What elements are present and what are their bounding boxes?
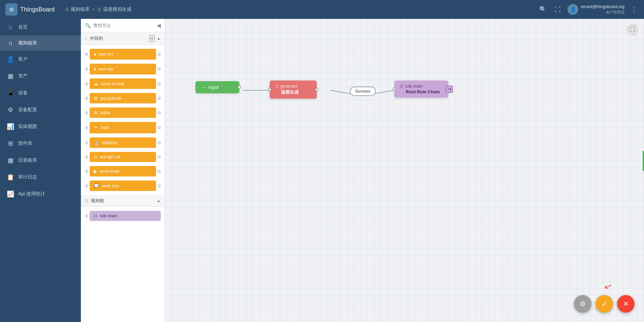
cancel-icon: ✕ [623, 300, 629, 308]
sidebar-label-customers: 客户 [18, 56, 28, 62]
sidebar-item-rule-chains[interactable]: ⟨⟩ 规则链库 [0, 35, 81, 51]
node-body-rest-api: :// rest api call [90, 152, 156, 162]
external-section-header[interactable]: ↑ 外部的 ✕ ▲ [81, 32, 165, 45]
search-icon[interactable]: 🔍 [538, 4, 548, 14]
user-email: tenant@thingsboard.org [581, 4, 624, 10]
rule-chains-icon: ⟨⟩ [65, 7, 69, 12]
list-item[interactable]: :// rest api call [81, 150, 165, 164]
list-item[interactable]: ☁ azure iot hub [81, 76, 165, 91]
sidebar-item-dashboard[interactable]: ▦ 仪表板库 [0, 152, 81, 169]
dashboard-icon: ▦ [7, 157, 14, 164]
sidebar-item-assets[interactable]: ▦ 资产 [0, 68, 81, 85]
send-email-icon: ▶ [94, 169, 97, 174]
sidebar: ⌂ 首页 ⟨⟩ 规则链库 👤 客户 ▦ 资产 📱 设备 ⚙ 设备配置 📊 实体视… [0, 19, 81, 322]
search-bar: 🔍 ◀ [81, 19, 165, 32]
generator-node-title: generator [280, 84, 298, 89]
section-collapse-button[interactable]: ▲ [157, 36, 161, 41]
node-port-left [85, 214, 88, 218]
list-item[interactable]: a aws sns [81, 47, 165, 62]
svg-line-2 [374, 90, 394, 94]
node-body-send-email: ▶ send email [90, 166, 156, 176]
node-body-rabbitmq: 🐰 rabbitmq [90, 137, 156, 148]
list-item[interactable]: ⚙ kafka [81, 105, 165, 120]
action-buttons: ⚙ ✓ ✕ [574, 295, 635, 313]
list-item[interactable]: a aws sqs [81, 62, 165, 76]
sidebar-label-entity-view: 实体视图 [18, 124, 37, 130]
list-item[interactable]: 🐰 rabbitmq [81, 135, 165, 150]
cancel-button[interactable]: ✕ [617, 295, 635, 313]
header: ⚙ ThingsBoard ⟨⟩ 规则链库 > ⟨⟩ 温度模拟生成 🔍 ⛶ 👤 … [0, 0, 644, 19]
rule-chain-node-icon: ⟨⟩ [94, 214, 97, 218]
rule-chain-section-header[interactable]: ⟨⟩ 规则链 ▲ [81, 195, 165, 207]
sidebar-label-widgets: 部件库 [18, 140, 32, 147]
input-node-inner: → Input [195, 81, 239, 93]
breadcrumb-item-rule-chains[interactable]: ⟨⟩ 规则链库 [65, 6, 90, 12]
settings-button[interactable]: ⚙ [574, 295, 591, 313]
sidebar-label-rule-chains: 规则链库 [18, 40, 37, 46]
sidebar-label-home: 首页 [18, 24, 28, 30]
scroll-indicator [643, 151, 644, 171]
fullscreen-button[interactable]: ⛶ [626, 24, 639, 36]
logo-text: ThingsBoard [20, 6, 55, 13]
sidebar-label-devices: 设备 [18, 90, 28, 96]
node-port-left [85, 67, 88, 71]
user-details: tenant@thingsboard.org 租户管理员 [581, 4, 624, 14]
node-port-right [157, 67, 161, 71]
sidebar-item-devices[interactable]: 📱 设备 [0, 85, 81, 101]
rule-chain-exit-icon[interactable]: ⇥ [446, 86, 453, 93]
node-label-rule-chain: rule chain [100, 214, 117, 218]
section-header-left: ↑ 外部的 [85, 35, 103, 41]
sidebar-label-device-config: 设备配置 [18, 107, 37, 113]
kafka-icon: ⚙ [94, 110, 98, 115]
sidebar-item-home[interactable]: ⌂ 首页 [0, 19, 81, 35]
rule-chain-collapse-button[interactable]: ▲ [157, 198, 161, 203]
node-label-rabbitmq: rabbitmq [102, 140, 118, 145]
more-options-icon[interactable]: ⋮ [630, 4, 639, 14]
rule-chain-flow-node[interactable]: ⟨⟩ rule chain Root Rule Chain ⇥ [394, 80, 448, 98]
confirm-button[interactable]: ✓ [595, 295, 613, 313]
api-stats-icon: 📈 [7, 190, 14, 198]
node-port-left [85, 170, 88, 173]
node-port-left [85, 111, 88, 115]
node-body-kafka: ⚙ kafka [90, 107, 156, 118]
node-label-send-sms: send sms [102, 184, 119, 188]
rule-chain-node-inner: ⟨⟩ rule chain Root Rule Chain [394, 80, 448, 98]
sidebar-item-api-stats[interactable]: 📈 Api 使用统计 [0, 186, 81, 202]
aws-sns-icon: a [94, 52, 96, 57]
node-port-right [157, 126, 161, 129]
logo: ⚙ ThingsBoard [5, 3, 55, 15]
node-body-azure-iot-hub: ☁ azure iot hub [90, 78, 156, 89]
rule-chain-node-subtitle: Root Rule Chain [400, 89, 440, 94]
list-item[interactable]: ▶ send email [81, 164, 165, 179]
list-item[interactable]: 💬 send sms [81, 179, 165, 193]
node-label-aws-sqs: aws sqs [99, 67, 113, 71]
send-sms-icon: 💬 [94, 183, 99, 188]
sidebar-item-customers[interactable]: 👤 客户 [0, 51, 81, 68]
external-section-label: 外部的 [90, 35, 103, 41]
node-body-send-sms: 💬 send sms [90, 181, 156, 191]
list-item[interactable]: 〜 mqtt [81, 120, 165, 135]
search-input[interactable] [93, 23, 154, 28]
breadcrumb-item-current[interactable]: ⟨⟩ 温度模拟生成 [98, 6, 131, 12]
list-item[interactable]: ⚙ gcp pubsub [81, 91, 165, 105]
left-panel: 🔍 ◀ ↑ 外部的 ✕ ▲ a aws sns [81, 19, 165, 322]
sidebar-item-widgets[interactable]: ⊞ 部件库 [0, 135, 81, 152]
generator-flow-node[interactable]: ⟨⟩ generator 温度生成 [270, 80, 317, 99]
fullscreen-icon[interactable]: ⛶ [553, 5, 562, 14]
node-body-mqtt: 〜 mqtt [90, 122, 156, 133]
node-list: a aws sns a aws sqs ☁ azure iot hub [81, 45, 165, 195]
rule-chain-node-header: ⟨⟩ rule chain [400, 84, 423, 89]
sidebar-item-entity-view[interactable]: 📊 实体视图 [0, 118, 81, 135]
user-info: 👤 tenant@thingsboard.org 租户管理员 [568, 4, 624, 15]
collapse-panel-button[interactable]: ◀ [157, 22, 161, 29]
node-port-left [85, 155, 88, 159]
list-item[interactable]: ⟨⟩ rule chain [81, 209, 165, 223]
input-flow-node[interactable]: → Input [195, 81, 239, 93]
node-port-left [85, 53, 88, 56]
section-close-button[interactable]: ✕ [149, 35, 155, 42]
node-label-aws-sns: aws sns [99, 52, 113, 57]
customers-icon: 👤 [7, 56, 14, 63]
sidebar-item-audit-log[interactable]: 📋 审计日志 [0, 169, 81, 186]
entity-view-icon: 📊 [7, 123, 14, 130]
sidebar-item-device-config[interactable]: ⚙ 设备配置 [0, 101, 81, 118]
